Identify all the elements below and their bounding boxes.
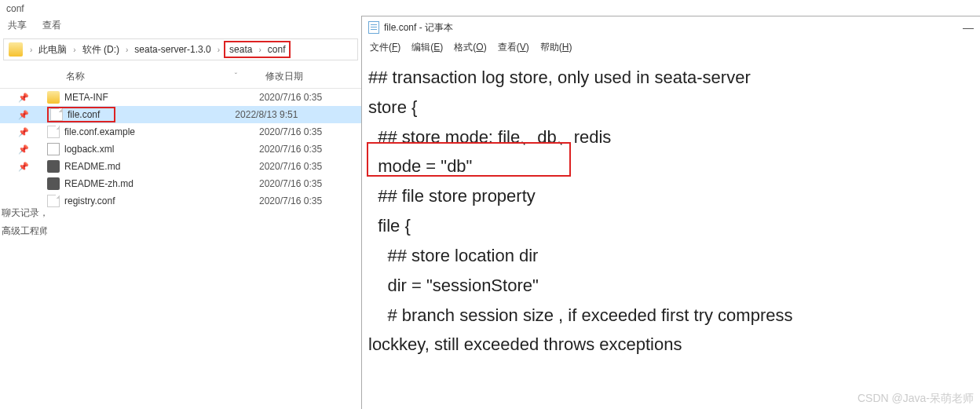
columns-header: 名称 ˇ 修改日期 [0,65,361,89]
column-name[interactable]: 名称 ˇ [60,65,259,88]
folder-icon [9,42,23,57]
file-highlight: file.conf [47,107,115,122]
minimize-icon[interactable]: — [963,21,974,34]
notepad-menu: 文件(F) 编辑(E) 格式(O) 查看(V) 帮助(H) [362,38,980,58]
notepad-icon [368,21,379,34]
file-row[interactable]: 📌 file.conf.example 2020/7/16 0:35 [0,123,361,141]
menu-format[interactable]: 格式(O) [454,41,486,54]
pin-icon: 📌 [18,110,29,120]
folder-icon [47,91,60,104]
markdown-icon [47,177,60,190]
notepad-content[interactable]: ## transaction log store, only used in s… [362,58,980,360]
tab-share[interactable]: 共享 [8,19,27,32]
notepad-window: file.conf - 记事本 — 文件(F) 编辑(E) 格式(O) 查看(V… [361,16,980,409]
breadcrumb-item[interactable]: seata [227,42,254,57]
sidebar-truncated: 聊天记录，↓ 高级工程师 [0,204,47,240]
file-row-selected[interactable]: 📌 file.conf 2022/8/13 9:51 [0,106,361,123]
ribbon-tabs: 共享 查看 [0,17,361,37]
file-row[interactable]: 📌 README.md 2020/7/16 0:35 [0,158,361,175]
file-row[interactable]: README-zh.md 2020/7/16 0:35 [0,175,361,192]
pin-icon: 📌 [18,162,29,172]
pin-icon: 📌 [18,93,29,103]
chevron-right-icon: › [214,46,224,54]
menu-edit[interactable]: 编辑(E) [411,41,443,54]
pin-icon: 📌 [18,127,29,137]
markdown-icon [47,160,60,173]
file-row[interactable]: registry.conf 2020/7/16 0:35 [0,192,361,210]
file-icon [47,195,60,207]
file-row[interactable]: 📌 logback.xml 2020/7/16 0:35 [0,141,361,158]
chevron-right-icon: › [122,46,132,54]
file-list: 📌 META-INF 2020/7/16 0:35 📌 file.conf 20… [0,89,361,210]
file-icon [50,108,63,121]
file-row[interactable]: 📌 META-INF 2020/7/16 0:35 [0,89,361,106]
notepad-title: file.conf - 记事本 [384,21,453,35]
xml-icon [47,143,60,155]
sort-arrow-icon: ˇ [235,72,237,81]
notepad-titlebar[interactable]: file.conf - 记事本 — [362,16,980,38]
pin-icon: 📌 [18,144,29,155]
chevron-right-icon: › [26,46,36,54]
breadcrumb-item[interactable]: 此电脑 [36,42,69,58]
menu-view[interactable]: 查看(V) [498,41,529,54]
breadcrumb-highlight: seata › conf [224,41,291,58]
breadcrumb-item[interactable]: seata-server-1.3.0 [132,42,213,57]
breadcrumb[interactable]: › 此电脑 › 软件 (D:) › seata-server-1.3.0 › s… [3,38,358,60]
menu-file[interactable]: 文件(F) [370,41,400,54]
chevron-right-icon: › [69,46,79,54]
menu-help[interactable]: 帮助(H) [540,41,572,54]
file-icon [47,126,60,138]
explorer-title: conf [0,0,361,17]
column-date[interactable]: 修改日期 [259,65,309,88]
explorer-window: conf 共享 查看 › 此电脑 › 软件 (D:) › seata-serve… [0,0,361,409]
watermark: CSDN @Java-呆萌老师 [858,392,974,406]
chevron-right-icon: › [254,46,265,54]
breadcrumb-item[interactable]: conf [265,42,288,57]
tab-view[interactable]: 查看 [42,19,61,32]
breadcrumb-item[interactable]: 软件 (D:) [80,42,122,58]
